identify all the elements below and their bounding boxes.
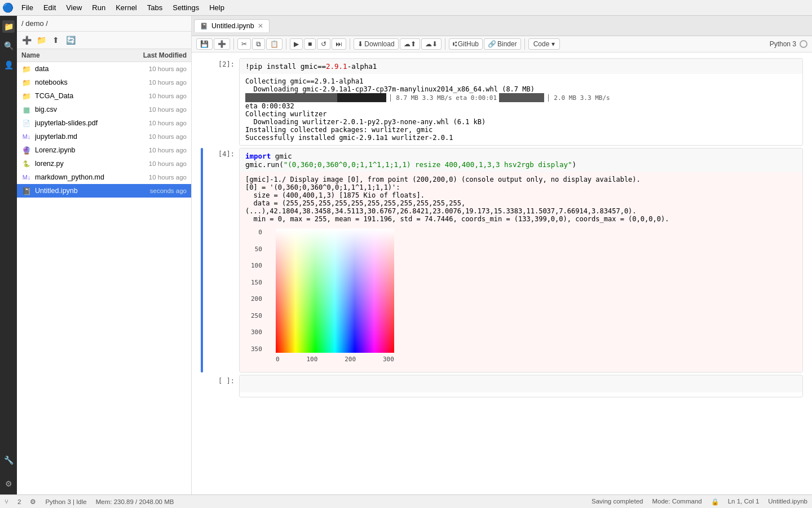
cell-indicator-2 xyxy=(201,148,203,373)
file-item-lorenz-py[interactable]: 🐍 lorenz.py 10 hours ago xyxy=(17,157,191,170)
col-modified-header: Last Modified xyxy=(130,51,187,59)
cut-button[interactable]: ✂ xyxy=(237,38,251,50)
cell-input-1[interactable]: !pip install gmic==2.9.1-alpha1 xyxy=(240,59,802,74)
restart-button[interactable]: ↺ xyxy=(317,38,330,50)
progress-bar-fill-1 xyxy=(245,93,337,102)
ipynb-icon: 🔮 xyxy=(21,145,32,155)
file-name: notebooks xyxy=(35,78,130,86)
file-item-pdf[interactable]: 📄 jupyterlab-slides.pdf 10 hours ago xyxy=(17,116,191,130)
menu-bar: 🔵 File Edit View Run Kernel Tabs Setting… xyxy=(0,0,812,16)
cell-content-3[interactable] xyxy=(239,375,803,397)
file-browser-toolbar: ➕ 📁 ⬆ 🔄 xyxy=(17,32,191,49)
branch-icon: ⑂ xyxy=(5,498,8,505)
download-cloud-button[interactable]: ☁⬇ xyxy=(421,38,442,50)
cell-output-2: [gmic]-1./ Display image [0], from point… xyxy=(240,172,802,372)
file-item-tcga[interactable]: 📁 TCGA_Data 10 hours ago xyxy=(17,89,191,103)
menu-kernel[interactable]: Kernel xyxy=(111,2,142,13)
file-modified: 10 hours ago xyxy=(130,93,187,99)
toolbar-separator-3 xyxy=(350,38,350,50)
github-button[interactable]: ⑆ GitHub xyxy=(449,38,483,50)
sidebar-icon-search[interactable]: 🔍 xyxy=(2,40,15,52)
file-item-lorenz-ipynb[interactable]: 🔮 Lorenz.ipynb 10 hours ago xyxy=(17,143,191,157)
refresh-button[interactable]: 🔄 xyxy=(64,34,77,46)
folder-icon: 📁 xyxy=(21,77,32,87)
binder-button[interactable]: 🔗 Binder xyxy=(484,38,521,50)
sidebar-icon-user[interactable]: 👤 xyxy=(2,59,15,71)
cell-content-2[interactable]: import gmic gmic.run("(0,360;0,360^0,0;1… xyxy=(239,148,803,373)
cell-content-1[interactable]: !pip install gmic==2.9.1-alpha1 Collecti… xyxy=(239,58,803,146)
cell-type-dropdown[interactable]: Code ▾ xyxy=(528,38,561,50)
y-label-150: 150 xyxy=(251,279,262,286)
tab-label: Untitled.ipynb xyxy=(211,22,254,30)
hsv-chart: 0 50 100 150 200 250 300 350 xyxy=(245,223,797,369)
cell-input-3[interactable] xyxy=(240,375,802,392)
cell-output-1: Collecting gmic==2.9.1-alpha1 Downloadin… xyxy=(240,74,802,145)
cell-indicator-1 xyxy=(201,58,203,146)
progress-line: │ 8.7 MB 3.3 MB/s eta 0:00:01 │ 2.0 MB 3… xyxy=(245,93,797,102)
file-item-csv[interactable]: ▦ big.csv 10 hours ago xyxy=(17,103,191,116)
add-cell-button[interactable]: ➕ xyxy=(214,38,230,50)
upload-cloud-button[interactable]: ☁⬆ xyxy=(400,38,420,50)
col-name-header: Name xyxy=(21,51,130,59)
file-item-untitled[interactable]: 📓 Untitled.ipynb seconds ago xyxy=(17,184,191,198)
cell-prompt-3: [ ]: xyxy=(205,375,239,385)
new-folder-button[interactable]: 📁 xyxy=(35,34,47,46)
copy-button[interactable]: ⧉ xyxy=(252,38,265,50)
file-modified: 10 hours ago xyxy=(130,79,187,86)
menu-edit[interactable]: Edit xyxy=(39,2,60,13)
download-button[interactable]: ⬇ Download xyxy=(354,38,398,50)
sidebar-icon-extensions[interactable]: 🔧 xyxy=(2,454,15,466)
paste-button[interactable]: 📋 xyxy=(266,38,283,50)
sidebar-icon-files[interactable]: 📁 xyxy=(2,20,15,33)
menu-tabs[interactable]: Tabs xyxy=(143,2,167,13)
file-item-notebooks[interactable]: 📁 notebooks 10 hours ago xyxy=(17,76,191,89)
file-item-mkdown-py[interactable]: M↓ markdown_python.md 10 hours ago xyxy=(17,170,191,184)
cursor-position: Ln 1, Col 1 xyxy=(728,498,760,506)
toolbar-separator-1 xyxy=(233,38,234,50)
output-line: Installing collected packages: wurlitzer… xyxy=(245,126,797,134)
file-item-md[interactable]: M↓ jupyterlab.md 10 hours ago xyxy=(17,130,191,143)
menu-settings[interactable]: Settings xyxy=(168,2,204,13)
file-modified: 10 hours ago xyxy=(130,106,187,113)
output-line: Collecting wurlitzer xyxy=(245,110,797,118)
output-line: eta 0:00:032 xyxy=(245,102,797,110)
chevron-down-icon: ▾ xyxy=(551,40,555,48)
output-line: Downloading gmic-2.9.1a1-cp37-cp37m-many… xyxy=(245,85,797,93)
sidebar-icon-settings[interactable]: ⚙ xyxy=(2,478,15,490)
menu-run[interactable]: Run xyxy=(87,2,110,13)
kernel-circle-indicator xyxy=(800,40,807,48)
notebook-tabs: 📓 Untitled.ipynb ✕ xyxy=(192,16,812,36)
cell-input-2[interactable]: import gmic gmic.run("(0,360;0,360^0,0;1… xyxy=(240,148,802,172)
upload-button[interactable]: ⬆ xyxy=(50,34,62,46)
save-button[interactable]: 💾 xyxy=(196,38,213,50)
y-label-50: 50 xyxy=(255,246,262,253)
y-label-200: 200 xyxy=(251,295,262,303)
interrupt-button[interactable]: ■ xyxy=(304,38,316,50)
csv-icon: ▦ xyxy=(21,104,32,115)
tab-close-button[interactable]: ✕ xyxy=(258,22,263,30)
ipynb-icon: 📓 xyxy=(21,186,32,196)
new-file-button[interactable]: ➕ xyxy=(20,34,33,46)
tab-notebook-icon: 📓 xyxy=(200,23,208,30)
file-browser-header: / demo / xyxy=(17,16,191,32)
y-label-250: 250 xyxy=(251,312,262,319)
file-modified: 10 hours ago xyxy=(130,133,187,140)
file-modified: 10 hours ago xyxy=(130,120,187,126)
md-icon: M↓ xyxy=(21,132,32,142)
save-status: Saving completed xyxy=(592,498,643,506)
kernel-info: Python 3 | Idle xyxy=(45,498,86,505)
menu-help[interactable]: Help xyxy=(205,2,229,13)
security-icon: 🔒 xyxy=(711,498,719,506)
notebook-tab-untitled[interactable]: 📓 Untitled.ipynb ✕ xyxy=(194,19,270,32)
file-modified: 10 hours ago xyxy=(130,65,187,72)
file-name: jupyterlab.md xyxy=(35,133,130,141)
file-item-data[interactable]: 📁 data 10 hours ago xyxy=(17,62,191,76)
menu-view[interactable]: View xyxy=(61,2,86,13)
run-button[interactable]: ▶ xyxy=(290,38,303,50)
progress-bar-fill-2 xyxy=(499,93,544,102)
notebook-area: 📓 Untitled.ipynb ✕ 💾 ➕ ✂ ⧉ 📋 ▶ ■ ↺ ⏭ ⬇ D… xyxy=(192,16,812,494)
progress-bar-2 xyxy=(499,93,544,102)
fast-forward-button[interactable]: ⏭ xyxy=(332,38,346,50)
file-name: markdown_python.md xyxy=(35,173,130,181)
menu-file[interactable]: File xyxy=(17,2,38,13)
